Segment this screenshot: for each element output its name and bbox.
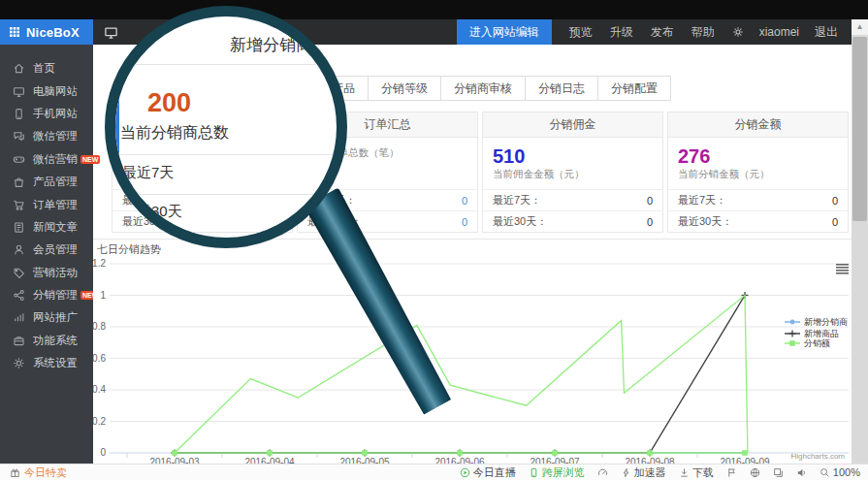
- legend-item-新增分销商[interactable]: 新增分销商: [785, 317, 848, 327]
- row-value: 0: [647, 195, 653, 207]
- username[interactable]: xiaomei: [759, 19, 799, 45]
- sidebar-item-首页[interactable]: 首页: [0, 57, 93, 80]
- download-icon: [679, 467, 690, 478]
- sidebar-item-label: 订单管理: [33, 198, 78, 212]
- status-item-label: 下载: [692, 465, 714, 480]
- legend-item-新增商品[interactable]: 新增商品: [785, 329, 839, 338]
- status-item-gauge-icon[interactable]: [597, 467, 608, 478]
- sidebar-item-会员管理[interactable]: 会员管理: [0, 239, 93, 261]
- topbar-links: 预览升级发布帮助: [569, 19, 732, 45]
- enter-site-editor-button[interactable]: 进入网站编辑: [457, 19, 552, 45]
- sidebar-item-新闻文章[interactable]: 新闻文章: [0, 216, 93, 239]
- sidebar-item-产品管理[interactable]: 产品管理: [0, 171, 93, 193]
- divider: [115, 194, 337, 195]
- logo-text: NiceBoX: [26, 25, 80, 40]
- status-item-label: 今日特卖: [24, 465, 67, 480]
- scroll-up-arrow[interactable]: ▲: [852, 19, 868, 35]
- settings-gear-icon[interactable]: [732, 19, 744, 45]
- status-item-globe-icon[interactable]: [750, 467, 760, 478]
- status-item-window-icon[interactable]: [773, 467, 784, 478]
- speaker-icon: [796, 467, 807, 478]
- sidebar-item-网站推广[interactable]: 网站推广: [0, 306, 93, 329]
- status-item-flag-icon[interactable]: [726, 467, 737, 478]
- user-icon: [13, 243, 25, 256]
- sidebar-item-电脑网站[interactable]: 电脑网站: [0, 80, 93, 102]
- sidebar-item-label: 微信管理: [33, 129, 78, 144]
- vertical-scrollbar[interactable]: ▲: [852, 19, 868, 464]
- y-tick-label: 0.2: [93, 416, 106, 427]
- tab-分销日志[interactable]: 分销日志: [525, 76, 598, 101]
- card-row: 最近30天：0: [483, 210, 662, 232]
- status-item-跨屏浏览[interactable]: 跨屏浏览: [529, 465, 585, 480]
- card-row: 最近30天：0: [668, 210, 848, 232]
- new-badge: NEW: [80, 155, 100, 164]
- row-value: 0: [832, 195, 838, 207]
- phone-icon: [13, 108, 25, 120]
- monitor-icon: [13, 85, 25, 98]
- sidebar-item-微信管理[interactable]: 微信管理: [0, 125, 93, 147]
- gamepad-icon: [13, 153, 25, 166]
- legend-item-分销额[interactable]: 分销额: [785, 338, 830, 348]
- sidebar-item-功能系统[interactable]: 功能系统: [0, 330, 93, 352]
- row-label: 最近30天：: [493, 214, 547, 229]
- topbar-link-发布[interactable]: 发布: [651, 19, 674, 45]
- card-title: 分销金额: [668, 112, 848, 138]
- tab-分销商审核[interactable]: 分销商审核: [440, 76, 526, 101]
- y-tick-label: 1.2: [93, 258, 106, 269]
- status-item-今日直播[interactable]: 今日直播: [460, 465, 516, 480]
- status-item-label: 跨屏浏览: [542, 465, 585, 480]
- card-caption: 当前分销金额（元）: [678, 168, 838, 181]
- tab-分销等级[interactable]: 分销等级: [368, 76, 441, 101]
- tag-icon: [13, 267, 25, 279]
- document-icon: [13, 221, 25, 234]
- zoom-icon: [820, 467, 830, 478]
- sidebar-item-label: 首页: [33, 61, 55, 76]
- card-title: 分销佣金: [483, 112, 662, 138]
- sidebar-item-系统设置[interactable]: 系统设置: [0, 352, 93, 374]
- sidebar-item-订单管理[interactable]: 订单管理: [0, 193, 93, 215]
- sidebar-item-营销活动[interactable]: 营销活动: [0, 262, 93, 284]
- series-detail-分销额: [175, 296, 748, 454]
- sidebar: 首页电脑网站手机网站微信管理微信营销NEW产品管理订单管理新闻文章会员管理营销活…: [0, 45, 93, 464]
- row-value: 0: [832, 216, 838, 228]
- status-item-100%[interactable]: 100%: [820, 466, 860, 478]
- row-label: 最近30天：: [678, 214, 732, 229]
- y-tick-label: 0: [100, 447, 106, 458]
- legend-label: 新增分销商: [804, 317, 848, 327]
- status-item-speaker-icon[interactable]: [796, 467, 807, 478]
- status-item-daily-deals[interactable]: 今日特卖: [10, 465, 67, 480]
- topbar-link-帮助[interactable]: 帮助: [691, 19, 715, 45]
- card-number: 510: [493, 145, 653, 167]
- status-item-加速器[interactable]: 加速器: [621, 465, 666, 480]
- gift-icon: [10, 467, 20, 478]
- sidebar-item-label: 会员管理: [33, 242, 78, 257]
- row-label: 最近7天：: [493, 193, 541, 208]
- y-tick-label: 0.4: [93, 384, 106, 395]
- topbar-link-升级[interactable]: 升级: [610, 19, 633, 45]
- sidebar-item-label: 微信营销: [33, 152, 78, 167]
- cart-icon: [13, 199, 25, 211]
- magnified-card-title: 新增分销商: [230, 34, 312, 56]
- card-分销佣金: 分销佣金510当前佣金金额（元）最近7天：0最近30天：0: [482, 112, 663, 233]
- tab-分销配置[interactable]: 分销配置: [597, 76, 671, 101]
- status-item-下载[interactable]: 下载: [679, 465, 714, 480]
- card-number: 276: [678, 145, 838, 167]
- scrollbar-thumb[interactable]: [852, 37, 867, 221]
- sidebar-item-label: 营销活动: [33, 266, 78, 280]
- logout-link[interactable]: 退出: [815, 19, 838, 45]
- sidebar-item-微信营销[interactable]: 微信营销NEW: [0, 148, 93, 171]
- sidebar-item-分销管理[interactable]: 分销管理NEW: [0, 284, 93, 306]
- magnified-card-number: 200: [147, 88, 191, 118]
- y-tick-label: 1: [100, 290, 106, 301]
- row-value[interactable]: 0: [462, 195, 467, 207]
- status-item-label: 加速器: [634, 465, 666, 480]
- chart-export-menu-icon[interactable]: [836, 264, 849, 274]
- sidebar-item-手机网站[interactable]: 手机网站: [0, 103, 93, 125]
- series-新增商品: [175, 296, 745, 454]
- card-分销金额: 分销金额276当前分销金额（元）最近7天：0最近30天：0: [667, 112, 849, 233]
- desktop-site-icon[interactable]: [104, 19, 118, 45]
- briefcase-icon: [13, 335, 25, 347]
- topbar-link-预览[interactable]: 预览: [569, 19, 593, 45]
- row-value[interactable]: 0: [462, 216, 467, 228]
- share-icon: [13, 289, 25, 302]
